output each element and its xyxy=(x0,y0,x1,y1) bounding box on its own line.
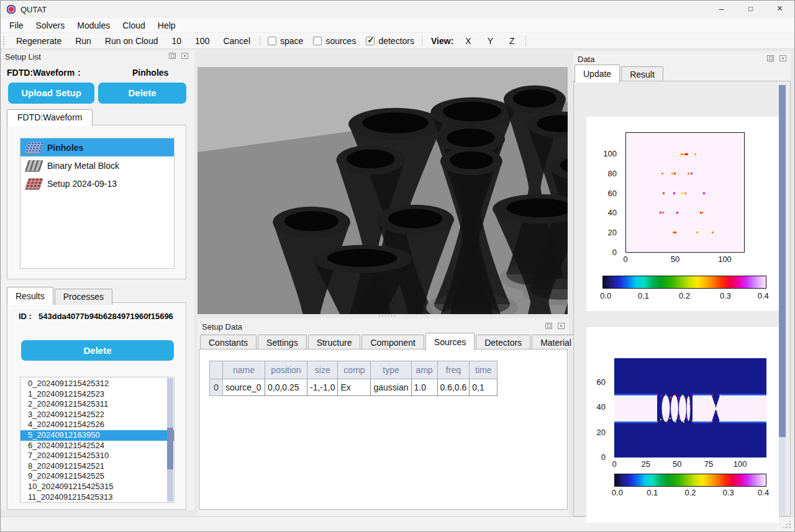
data-point xyxy=(663,192,665,194)
result-item-7-2024091215425310[interactable]: 7_2024091215425310 xyxy=(20,451,174,461)
tab-fdtd-waveform[interactable]: FDTD:Waveform xyxy=(7,109,93,126)
splitter-handle-icon[interactable] xyxy=(378,315,396,317)
result-item-5-20240912163950[interactable]: 5_20240912163950 xyxy=(20,430,174,441)
data-point xyxy=(691,173,693,174)
close-panel-icon[interactable]: × xyxy=(558,323,565,329)
upload-setup-button[interactable]: Upload Setup xyxy=(8,83,94,104)
toolbar-button-run[interactable]: Run xyxy=(68,33,98,49)
toolbar-button-cancel[interactable]: Cancel xyxy=(216,33,257,49)
minimize-icon[interactable]: – xyxy=(707,1,736,18)
viewport-3d[interactable] xyxy=(198,67,568,314)
column-header-type[interactable]: type xyxy=(371,361,411,379)
window-title: QUTAT xyxy=(20,5,47,14)
scrollbar-thumb[interactable] xyxy=(167,428,173,470)
float-panel-icon[interactable] xyxy=(169,53,176,59)
checkbox-box[interactable] xyxy=(366,37,375,45)
xtick-50: 50 xyxy=(673,459,681,469)
xtick-100: 100 xyxy=(718,255,732,264)
result-list[interactable]: 0_20240912154253121_2024091215425232_202… xyxy=(20,377,175,503)
column-header-position[interactable]: position xyxy=(265,361,307,379)
table-row[interactable]: 0 source_0 0,0,0.25 -1,-1,0 Ex gaussian … xyxy=(210,379,497,396)
toolbar-button-regenerate[interactable]: Regenerate xyxy=(9,33,68,49)
resize-grip-icon[interactable] xyxy=(782,520,791,529)
setup-list-header: Setup List × xyxy=(1,50,194,63)
result-item-10-2024091215425315[interactable]: 10_2024091215425315 xyxy=(20,482,174,492)
result-item-8-202409121542521[interactable]: 8_202409121542521 xyxy=(20,461,174,472)
colorbar xyxy=(614,474,766,487)
column-header-size[interactable]: size xyxy=(307,361,338,379)
menu-item-cloud[interactable]: Cloud xyxy=(116,18,152,33)
column-header[interactable] xyxy=(210,361,223,379)
data-point xyxy=(703,192,705,194)
menu-item-solvers[interactable]: Solvers xyxy=(30,18,71,33)
result-item-1-202409121542523[interactable]: 1_202409121542523 xyxy=(20,389,174,400)
ytick-40: 40 xyxy=(608,208,617,217)
result-item-3-202409121542522[interactable]: 3_202409121542522 xyxy=(20,410,174,420)
checkbox-sources[interactable]: sources xyxy=(308,36,361,46)
data-point xyxy=(675,232,676,233)
toolbar-drag-handle-icon[interactable] xyxy=(2,35,6,47)
data-panel-title: Data xyxy=(578,55,594,64)
view-button-z[interactable]: Z xyxy=(501,33,523,49)
setup-list[interactable]: Pinholes Binary Metal Block Setup 2024-0… xyxy=(20,138,175,269)
toolbar-button-10[interactable]: 10 xyxy=(165,33,188,49)
close-icon[interactable]: × xyxy=(765,1,794,18)
float-panel-icon[interactable] xyxy=(767,55,774,61)
menu-item-file[interactable]: File xyxy=(3,18,30,33)
tab-sources[interactable]: Sources xyxy=(425,333,475,351)
toolbar-button-100[interactable]: 100 xyxy=(188,33,216,49)
app-window: QUTAT – □ × FileSolversModulesCloudHelp … xyxy=(0,0,795,532)
column-header-comp[interactable]: comp xyxy=(338,361,371,379)
data-plots-container: 020406080100 050100 0.00.10.20.30.4 0204… xyxy=(573,81,791,516)
toolbar-button-run-on-cloud[interactable]: Run on Cloud xyxy=(98,33,165,49)
colorbar-tick-0-2: 0.2 xyxy=(679,291,690,300)
view-button-x[interactable]: X xyxy=(457,33,479,49)
tab-processes[interactable]: Processes xyxy=(55,289,112,305)
result-item-11-2024091215425313[interactable]: 11_2024091215425313 xyxy=(20,492,174,503)
ytick-0: 0 xyxy=(601,453,606,462)
column-header-freq[interactable]: freq xyxy=(437,361,470,379)
checkbox-box[interactable] xyxy=(268,37,276,45)
menu-bar: FileSolversModulesCloudHelp xyxy=(1,18,794,33)
view-button-y[interactable]: Y xyxy=(479,33,501,49)
delete-setup-button[interactable]: Delete xyxy=(98,83,186,104)
checkbox-box[interactable] xyxy=(313,37,322,45)
column-header-amp[interactable]: amp xyxy=(411,361,437,379)
setup-data-title: Setup Data xyxy=(202,322,242,331)
data-point xyxy=(674,173,676,174)
checkbox-space[interactable]: space xyxy=(263,36,308,46)
plot-card-detectors-xy: 020406080100 050100 0.00.10.20.30.4 xyxy=(586,117,779,311)
column-header-name[interactable]: name xyxy=(223,361,265,379)
menu-item-modules[interactable]: Modules xyxy=(71,18,116,33)
data-point xyxy=(661,173,663,174)
tab-results[interactable]: Results xyxy=(7,287,53,305)
menu-item-help[interactable]: Help xyxy=(152,18,182,33)
data-point xyxy=(684,192,686,194)
ytick-60: 60 xyxy=(597,377,606,387)
scrollbar-thumb[interactable] xyxy=(779,85,786,437)
setup-item-setup-2024-09-13[interactable]: Setup 2024-09-13 xyxy=(20,174,174,192)
ytick-20: 20 xyxy=(608,228,617,237)
xtick-100: 100 xyxy=(734,459,747,469)
data-panel-scrollbar[interactable] xyxy=(779,85,786,515)
workspace: Setup List × FDTD:Waveform : Pinholes Up… xyxy=(1,49,794,516)
tab-update[interactable]: Update xyxy=(575,65,620,83)
maximize-icon[interactable]: □ xyxy=(736,1,765,18)
float-panel-icon[interactable] xyxy=(545,323,552,329)
result-item-4-202409121542526[interactable]: 4_202409121542526 xyxy=(20,420,174,430)
result-item-0-2024091215425312[interactable]: 0_2024091215425312 xyxy=(20,379,174,389)
close-panel-icon[interactable]: × xyxy=(181,53,188,59)
close-panel-icon[interactable]: × xyxy=(779,55,786,61)
result-item-2-2024091215425311[interactable]: 2_2024091215425311 xyxy=(20,399,174,410)
viewport-3d-scene[interactable] xyxy=(198,67,568,314)
result-item-6-202409121542524[interactable]: 6_202409121542524 xyxy=(20,441,174,451)
checkbox-detectors[interactable]: detectors xyxy=(361,36,419,46)
result-list-scrollbar[interactable] xyxy=(167,378,173,502)
xtick-75: 75 xyxy=(704,459,713,469)
delete-result-button[interactable]: Delete xyxy=(21,340,174,361)
setup-item-pinholes[interactable]: Pinholes xyxy=(20,138,174,156)
result-item-9-202409121542525[interactable]: 9_202409121542525 xyxy=(20,471,174,482)
setup-item-binary-metal-block[interactable]: Binary Metal Block xyxy=(20,156,174,174)
column-header-time[interactable]: time xyxy=(470,361,497,379)
xtick-50: 50 xyxy=(671,255,679,264)
